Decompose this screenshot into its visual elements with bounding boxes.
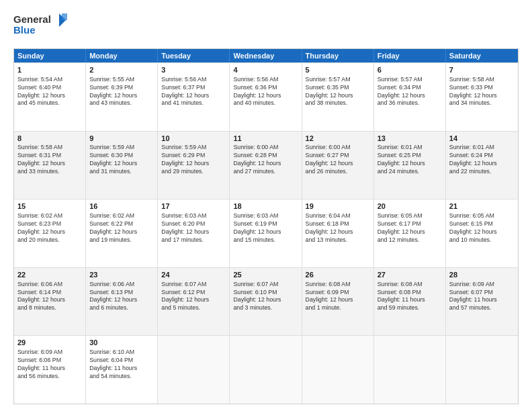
calendar-week-row: 29Sunrise: 6:09 AMSunset: 6:06 PMDayligh… — [14, 335, 518, 404]
calendar-cell: 24Sunrise: 6:07 AMSunset: 6:12 PMDayligh… — [158, 268, 230, 336]
calendar-week-row: 15Sunrise: 6:02 AMSunset: 6:23 PMDayligh… — [14, 199, 518, 267]
day-info: Sunrise: 6:01 AMSunset: 6:25 PMDaylight:… — [378, 144, 442, 176]
calendar-cell: 30Sunrise: 6:10 AMSunset: 6:04 PMDayligh… — [86, 336, 158, 404]
day-info: Sunrise: 5:58 AMSunset: 6:31 PMDaylight:… — [17, 144, 82, 176]
day-number: 9 — [89, 134, 154, 144]
day-number: 27 — [378, 270, 442, 280]
day-info: Sunrise: 5:54 AMSunset: 6:40 PMDaylight:… — [17, 76, 82, 108]
calendar-cell: 26Sunrise: 6:08 AMSunset: 6:09 PMDayligh… — [302, 268, 374, 336]
day-info: Sunrise: 6:07 AMSunset: 6:12 PMDaylight:… — [161, 281, 226, 313]
calendar-cell — [230, 336, 302, 404]
day-info: Sunrise: 6:03 AMSunset: 6:19 PMDaylight:… — [233, 212, 298, 244]
calendar-cell: 9Sunrise: 5:59 AMSunset: 6:30 PMDaylight… — [86, 132, 158, 199]
calendar-cell: 25Sunrise: 6:07 AMSunset: 6:10 PMDayligh… — [230, 268, 302, 336]
day-info: Sunrise: 6:08 AMSunset: 6:08 PMDaylight:… — [378, 281, 442, 313]
day-number: 22 — [17, 270, 82, 280]
day-info: Sunrise: 5:57 AMSunset: 6:35 PMDaylight:… — [306, 76, 370, 108]
day-number: 19 — [306, 201, 370, 212]
day-number: 23 — [89, 270, 154, 280]
day-info: Sunrise: 6:04 AMSunset: 6:18 PMDaylight:… — [306, 212, 370, 244]
day-info: Sunrise: 6:02 AMSunset: 6:23 PMDaylight:… — [17, 212, 82, 244]
calendar-cell: 12Sunrise: 6:00 AMSunset: 6:27 PMDayligh… — [302, 132, 374, 199]
calendar-header-cell: Sunday — [14, 49, 86, 62]
day-number: 29 — [17, 338, 82, 348]
day-number: 5 — [306, 65, 370, 75]
day-info: Sunrise: 5:59 AMSunset: 6:30 PMDaylight:… — [89, 144, 154, 176]
svg-text:Blue: Blue — [13, 24, 36, 36]
calendar-cell — [158, 336, 230, 404]
day-number: 1 — [17, 65, 82, 75]
calendar-cell: 7Sunrise: 5:58 AMSunset: 6:33 PMDaylight… — [446, 63, 518, 131]
calendar-cell: 2Sunrise: 5:55 AMSunset: 6:39 PMDaylight… — [86, 63, 158, 131]
day-info: Sunrise: 6:07 AMSunset: 6:10 PMDaylight:… — [233, 281, 298, 313]
day-number: 20 — [378, 201, 442, 212]
calendar-cell: 6Sunrise: 5:57 AMSunset: 6:34 PMDaylight… — [374, 63, 446, 131]
calendar-week-row: 22Sunrise: 6:06 AMSunset: 6:14 PMDayligh… — [14, 267, 518, 336]
day-number: 17 — [161, 201, 226, 212]
calendar-header-cell: Thursday — [302, 49, 374, 62]
day-info: Sunrise: 6:06 AMSunset: 6:13 PMDaylight:… — [89, 281, 154, 313]
day-number: 18 — [233, 201, 298, 212]
calendar-cell: 23Sunrise: 6:06 AMSunset: 6:13 PMDayligh… — [86, 268, 158, 336]
day-info: Sunrise: 6:10 AMSunset: 6:04 PMDaylight:… — [89, 349, 154, 381]
day-info: Sunrise: 5:56 AMSunset: 6:36 PMDaylight:… — [233, 76, 298, 108]
day-info: Sunrise: 6:06 AMSunset: 6:14 PMDaylight:… — [17, 281, 82, 313]
day-number: 30 — [89, 338, 154, 348]
day-number: 11 — [233, 134, 298, 144]
calendar-cell: 17Sunrise: 6:03 AMSunset: 6:20 PMDayligh… — [158, 199, 230, 267]
calendar: SundayMondayTuesdayWednesdayThursdayFrid… — [13, 48, 519, 404]
calendar-cell: 8Sunrise: 5:58 AMSunset: 6:31 PMDaylight… — [14, 132, 86, 199]
calendar-cell — [302, 336, 374, 404]
day-number: 24 — [161, 270, 226, 280]
day-info: Sunrise: 5:57 AMSunset: 6:34 PMDaylight:… — [378, 76, 442, 108]
day-info: Sunrise: 6:00 AMSunset: 6:28 PMDaylight:… — [233, 144, 298, 176]
day-number: 25 — [233, 270, 298, 280]
day-number: 6 — [378, 65, 442, 75]
calendar-cell: 20Sunrise: 6:05 AMSunset: 6:17 PMDayligh… — [374, 199, 446, 267]
logo: General Blue — [13, 12, 67, 42]
calendar-header-row: SundayMondayTuesdayWednesdayThursdayFrid… — [14, 49, 518, 62]
calendar-cell: 1Sunrise: 5:54 AMSunset: 6:40 PMDaylight… — [14, 63, 86, 131]
calendar-header-cell: Wednesday — [230, 49, 302, 62]
day-number: 26 — [306, 270, 370, 280]
calendar-cell: 18Sunrise: 6:03 AMSunset: 6:19 PMDayligh… — [230, 199, 302, 267]
day-info: Sunrise: 6:00 AMSunset: 6:27 PMDaylight:… — [306, 144, 370, 176]
calendar-cell: 19Sunrise: 6:04 AMSunset: 6:18 PMDayligh… — [302, 199, 374, 267]
calendar-cell: 27Sunrise: 6:08 AMSunset: 6:08 PMDayligh… — [374, 268, 446, 336]
day-info: Sunrise: 5:56 AMSunset: 6:37 PMDaylight:… — [161, 76, 226, 108]
calendar-cell: 13Sunrise: 6:01 AMSunset: 6:25 PMDayligh… — [374, 132, 446, 199]
day-info: Sunrise: 6:05 AMSunset: 6:17 PMDaylight:… — [378, 212, 442, 244]
day-info: Sunrise: 6:02 AMSunset: 6:22 PMDaylight:… — [89, 212, 154, 244]
calendar-body: 1Sunrise: 5:54 AMSunset: 6:40 PMDaylight… — [14, 62, 518, 404]
calendar-header-cell: Monday — [86, 49, 158, 62]
calendar-header-cell: Friday — [374, 49, 446, 62]
day-info: Sunrise: 6:05 AMSunset: 6:15 PMDaylight:… — [449, 212, 515, 244]
calendar-week-row: 1Sunrise: 5:54 AMSunset: 6:40 PMDaylight… — [14, 62, 518, 131]
day-info: Sunrise: 5:55 AMSunset: 6:39 PMDaylight:… — [89, 76, 154, 108]
day-info: Sunrise: 6:08 AMSunset: 6:09 PMDaylight:… — [306, 281, 370, 313]
calendar-cell: 4Sunrise: 5:56 AMSunset: 6:36 PMDaylight… — [230, 63, 302, 131]
day-info: Sunrise: 5:58 AMSunset: 6:33 PMDaylight:… — [449, 76, 515, 108]
day-number: 8 — [17, 134, 82, 144]
calendar-cell: 3Sunrise: 5:56 AMSunset: 6:37 PMDaylight… — [158, 63, 230, 131]
day-info: Sunrise: 6:09 AMSunset: 6:07 PMDaylight:… — [449, 281, 515, 313]
day-info: Sunrise: 5:59 AMSunset: 6:29 PMDaylight:… — [161, 144, 226, 176]
day-number: 21 — [449, 201, 515, 212]
calendar-cell: 16Sunrise: 6:02 AMSunset: 6:22 PMDayligh… — [86, 199, 158, 267]
calendar-cell — [446, 336, 518, 404]
calendar-cell — [374, 336, 446, 404]
day-number: 16 — [89, 201, 154, 212]
day-info: Sunrise: 6:03 AMSunset: 6:20 PMDaylight:… — [161, 212, 226, 244]
calendar-week-row: 8Sunrise: 5:58 AMSunset: 6:31 PMDaylight… — [14, 131, 518, 199]
day-info: Sunrise: 6:01 AMSunset: 6:24 PMDaylight:… — [449, 144, 515, 176]
day-number: 4 — [233, 65, 298, 75]
day-number: 12 — [306, 134, 370, 144]
calendar-cell: 28Sunrise: 6:09 AMSunset: 6:07 PMDayligh… — [446, 268, 518, 336]
day-number: 10 — [161, 134, 226, 144]
calendar-cell: 14Sunrise: 6:01 AMSunset: 6:24 PMDayligh… — [446, 132, 518, 199]
day-number: 2 — [89, 65, 154, 75]
day-number: 28 — [449, 270, 515, 280]
calendar-cell: 5Sunrise: 5:57 AMSunset: 6:35 PMDaylight… — [302, 63, 374, 131]
day-number: 15 — [17, 201, 82, 212]
day-number: 3 — [161, 65, 226, 75]
